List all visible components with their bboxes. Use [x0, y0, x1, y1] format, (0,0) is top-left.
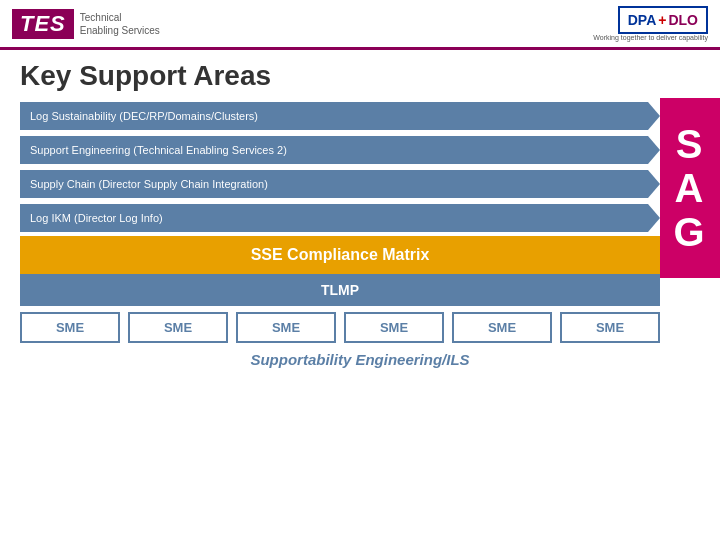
bar-log-ikm: Log IKM (Director Log Info): [20, 204, 648, 232]
dpa-text: DPA: [628, 12, 657, 28]
sag-letter-s: S: [676, 122, 705, 166]
header: TES Technical Enabling Services DPA + DL…: [0, 0, 720, 50]
tes-subtitle: Technical Enabling Services: [80, 11, 160, 37]
bar-log-sustainability: Log Sustainability (DEC/RP/Domains/Clust…: [20, 102, 648, 130]
sme-box-1: SME: [20, 312, 120, 343]
sme-box-4: SME: [344, 312, 444, 343]
bar-supply-chain: Supply Chain (Director Supply Chain Inte…: [20, 170, 648, 198]
sme-box-3: SME: [236, 312, 336, 343]
dpa-caption: Working together to deliver capability: [593, 34, 708, 41]
dpa-dlo-logo: DPA + DLO Working together to deliver ca…: [593, 6, 708, 41]
main-content: Log Sustainability (DEC/RP/Domains/Clust…: [0, 98, 720, 368]
sse-compliance-bar: SSE Compliance Matrix: [20, 236, 660, 274]
tes-logo: TES Technical Enabling Services: [12, 9, 160, 39]
sme-box-5: SME: [452, 312, 552, 343]
tes-logo-box: TES: [12, 9, 74, 39]
sag-box: S A G: [660, 98, 720, 278]
page-title: Key Support Areas: [0, 50, 720, 98]
sag-letter-g: G: [673, 210, 706, 254]
footer-text: Supportability Engineering/ILS: [20, 351, 700, 368]
sme-box-2: SME: [128, 312, 228, 343]
dlo-text: DLO: [668, 12, 698, 28]
sme-box-6: SME: [560, 312, 660, 343]
bar-support-engineering: Support Engineering (Technical Enabling …: [20, 136, 648, 164]
plus-icon: +: [658, 12, 666, 28]
tlmp-bar: TLMP: [20, 274, 660, 306]
sag-letter-a: A: [675, 166, 706, 210]
bottom-section: SSE Compliance Matrix TLMP SME SME SME S…: [20, 236, 660, 343]
sme-row: SME SME SME SME SME SME: [20, 312, 660, 343]
